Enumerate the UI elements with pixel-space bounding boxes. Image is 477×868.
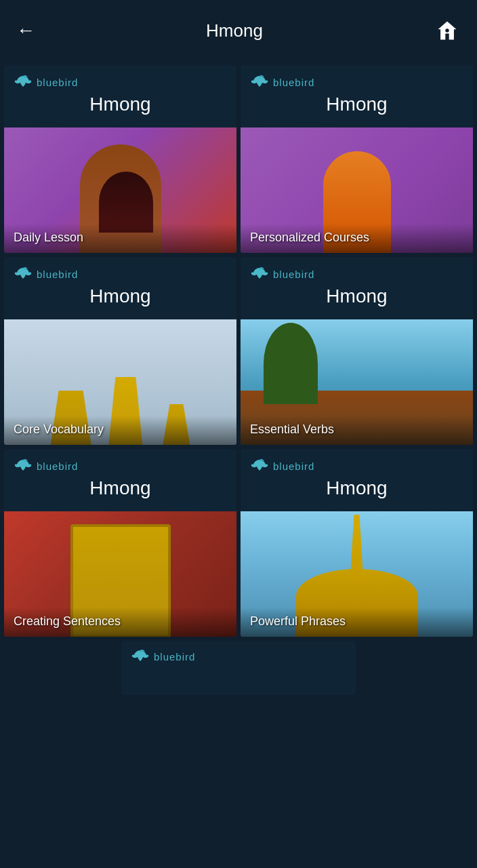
bluebird-logo-5: bluebird <box>14 458 78 473</box>
bluebird-logo-3: bluebird <box>14 267 78 281</box>
home-button[interactable] <box>434 17 461 44</box>
bluebird-bird-icon <box>14 75 33 90</box>
card-header-creating: bluebird Hmong <box>4 449 236 511</box>
card-label-core: Core Vocabulary <box>4 416 236 445</box>
card-image-daily: Daily Lesson <box>4 127 236 253</box>
bluebird-text-daily: bluebird <box>37 77 78 88</box>
card-language-personalized: Hmong <box>250 92 463 122</box>
card-language-creating: Hmong <box>14 476 227 506</box>
card-powerful-phrases[interactable]: bluebird Hmong Powerful Phrases <box>241 449 473 637</box>
page-title: Hmong <box>206 20 263 41</box>
app-header: ← Hmong <box>0 0 477 61</box>
card-label-personalized: Personalized Courses <box>241 224 473 253</box>
card-grid: bluebird Hmong Daily Lesson bluebird Hmo… <box>0 61 477 641</box>
card-language-essential: Hmong <box>250 284 463 314</box>
card-label-daily: Daily Lesson <box>4 224 236 253</box>
bluebird-bird-icon-6 <box>250 458 269 473</box>
card-image-personalized: Personalized Courses <box>241 127 473 253</box>
card-image-creating: Creating Sentences <box>4 511 236 637</box>
bluebird-text-powerful: bluebird <box>273 460 314 472</box>
card-image-essential: Essential Verbs <box>241 319 473 445</box>
bluebird-text-partial: bluebird <box>154 651 195 663</box>
bluebird-text-essential: bluebird <box>273 269 314 280</box>
bluebird-logo-4: bluebird <box>250 267 314 281</box>
card-image-core: Core Vocabulary <box>4 319 236 445</box>
bluebird-text-personalized: bluebird <box>273 77 314 88</box>
partial-card[interactable]: bluebird <box>121 641 356 695</box>
bluebird-bird-icon-5 <box>14 458 33 473</box>
bluebird-logo-partial: bluebird <box>131 649 195 664</box>
svg-point-0 <box>445 28 449 32</box>
bluebird-text-core: bluebird <box>37 269 78 280</box>
card-header-daily: bluebird Hmong <box>4 65 236 127</box>
card-label-essential: Essential Verbs <box>241 416 473 445</box>
bluebird-text-creating: bluebird <box>37 460 78 472</box>
card-personalized-courses[interactable]: bluebird Hmong Personalized Courses <box>241 65 473 253</box>
card-header-powerful: bluebird Hmong <box>241 449 473 511</box>
card-image-powerful: Powerful Phrases <box>241 511 473 637</box>
card-creating-sentences[interactable]: bluebird Hmong Creating Sentences <box>4 449 236 637</box>
bluebird-bird-icon-4 <box>250 267 269 281</box>
card-core-vocabulary[interactable]: bluebird Hmong Core Vocabulary <box>4 257 236 445</box>
card-daily-lesson[interactable]: bluebird Hmong Daily Lesson <box>4 65 236 253</box>
card-header-essential: bluebird Hmong <box>241 257 473 319</box>
card-label-creating: Creating Sentences <box>4 608 236 637</box>
bluebird-logo-6: bluebird <box>250 458 314 473</box>
card-label-powerful: Powerful Phrases <box>241 608 473 637</box>
card-essential-verbs[interactable]: bluebird Hmong Essential Verbs <box>241 257 473 445</box>
card-language-core: Hmong <box>14 284 227 314</box>
partial-card-container: bluebird <box>0 641 477 699</box>
card-language-powerful: Hmong <box>250 476 463 506</box>
card-header-personalized: bluebird Hmong <box>241 65 473 127</box>
home-icon <box>435 18 459 43</box>
bluebird-bird-icon-partial <box>131 649 150 664</box>
bluebird-logo-2: bluebird <box>250 75 314 90</box>
bluebird-bird-icon-2 <box>250 75 269 90</box>
card-header-core: bluebird Hmong <box>4 257 236 319</box>
bluebird-logo: bluebird <box>14 75 78 90</box>
card-language-daily: Hmong <box>14 92 227 122</box>
back-button[interactable]: ← <box>16 20 35 41</box>
bluebird-bird-icon-3 <box>14 267 33 281</box>
